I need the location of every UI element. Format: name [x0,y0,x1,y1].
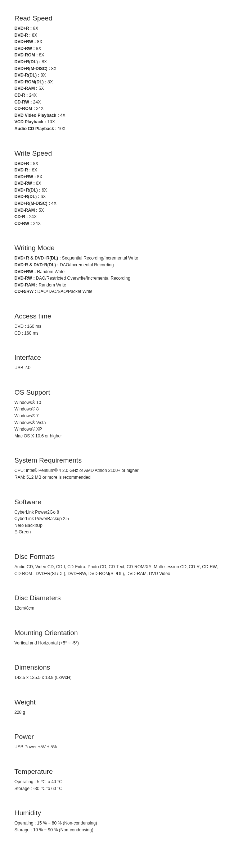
spec-label: DVD+R(DL) [14,188,38,193]
section-title: System Requirements [14,456,220,464]
spec-line: DVD+RW : Random Write [14,268,220,275]
spec-separator: : [28,33,32,38]
spec-section: HumidityOperating : 15 % ~ 80 % (Non-con… [14,809,220,833]
spec-line: CD-R : 24X [14,92,220,99]
section-title: Weight [14,698,220,706]
spec-separator: : [58,256,62,261]
spec-separator: : [35,86,39,91]
spec-value: 24X [29,93,37,98]
section-title: Writing Mode [14,244,220,252]
spec-value: 5X [39,208,44,213]
spec-section: PowerUSB Power +5V ± 5% [14,733,220,750]
spec-text: Storage : 10 % ~ 90 % (Non-condensing) [14,827,220,833]
spec-label: DVD+RW [14,269,33,274]
spec-value: 8X [51,66,57,71]
spec-value: 8X [32,33,37,38]
spec-line: DVD+R & DVD+R(DL) : Sequential Recording… [14,255,220,262]
spec-line: DVD+R(M-DISC) : 4X [14,200,220,207]
spec-value: 8X [37,39,42,44]
section-title: Write Speed [14,150,220,157]
spec-text: Windows® 10 [14,399,220,406]
spec-separator: : [25,93,29,98]
spec-value: 8X [33,26,39,31]
spec-value: 8X [36,46,41,51]
section-title: Temperature [14,768,220,776]
spec-line: DVD-RW : DAO/Restricted Overwrite/Increm… [14,275,220,282]
spec-value: Random Write [37,269,64,274]
spec-label: DVD+R(M-DISC) [14,201,48,206]
spec-value: 4X [60,113,66,118]
spec-value: 8X [48,79,53,84]
spec-section: Access timeDVD : 160 msCD : 160 ms [14,312,220,336]
spec-line: VCD Playback : 10X [14,119,220,125]
spec-label: CD-RW [14,221,29,226]
section-title: Humidity [14,809,220,817]
spec-text: Operating : 15 % ~ 80 % (Non-condensing) [14,820,220,827]
spec-line: DVD Video Playback : 4X [14,112,220,119]
spec-value: 24X [29,214,37,219]
spec-section: Mounting OrientationVertical and Horizon… [14,629,220,647]
spec-label: DVD-RAM [14,208,35,213]
spec-separator: : [38,59,42,64]
spec-separator: : [35,208,39,213]
section-title: Disc Diameters [14,594,220,602]
spec-label: CD-R/RW [14,289,33,294]
spec-text: CD : 160 ms [14,330,220,337]
spec-separator: : [37,73,41,78]
spec-label: DVD-R [14,167,28,173]
spec-text: Audio CD, Video CD, CD-I, CD-Extra, Phot… [14,564,220,577]
spec-label: DVD-RAM [14,86,35,91]
spec-text: Operating : 5 ℃ to 40 ℃ [14,779,220,785]
spec-separator: : [29,221,33,226]
spec-line: CD-ROM : 24X [14,105,220,112]
spec-separator: : [33,39,37,44]
spec-line: DVD-R : 8X [14,167,220,174]
spec-section: Writing ModeDVD+R & DVD+R(DL) : Sequenti… [14,244,220,295]
spec-label: DVD-ROM(DL) [14,79,44,84]
spec-label: DVD+R [14,26,29,31]
spec-line: DVD-ROM(DL) : 8X [14,79,220,86]
spec-value: 8X [33,161,39,166]
spec-line: Audio CD Playback : 10X [14,125,220,132]
spec-separator: : [29,161,33,166]
spec-text: Windows® 7 [14,413,220,419]
spec-section: SoftwareCyberLink Power2Go 8CyberLink Po… [14,498,220,536]
spec-separator: : [44,119,48,124]
spec-separator: : [32,106,36,111]
section-title: Read Speed [14,14,220,22]
spec-value: Sequential Recording/Incremental Write [62,256,138,261]
spec-value: Random Write [39,283,66,288]
spec-text: CyberLink Power2Go 8 [14,509,220,516]
spec-value: 8X [37,174,42,179]
section-title: Mounting Orientation [14,629,220,637]
spec-value: 24X [33,221,41,226]
spec-label: DVD Video Playback [14,113,57,118]
spec-label: DVD-RAM [14,283,35,288]
spec-text: USB 2.0 [14,364,220,371]
spec-text: CyberLink PowerBackup 2.5 [14,515,220,522]
spec-line: DVD-R : 8X [14,32,220,39]
spec-value: 8X [32,167,37,173]
spec-value: 4X [51,201,57,206]
spec-line: DVD-RAM : Random Write [14,282,220,289]
section-title: Access time [14,312,220,320]
spec-line: DVD-R(DL) : 8X [14,72,220,79]
spec-section: Read SpeedDVD+R : 8XDVD-R : 8XDVD+RW : 8… [14,14,220,132]
spec-section: OS SupportWindows® 10Windows® 8Windows® … [14,389,220,440]
spec-label: CD-ROM [14,106,32,111]
spec-separator: : [44,79,48,84]
spec-label: DVD-RW [14,181,32,186]
spec-separator: : [29,100,33,105]
spec-text: USB Power +5V ± 5% [14,744,220,750]
spec-line: DVD+R(M-DISC) : 8X [14,65,220,72]
spec-value: 5X [39,86,44,91]
spec-label: DVD+RW [14,174,33,179]
spec-line: DVD-RW : 8X [14,45,220,52]
spec-section: Disc FormatsAudio CD, Video CD, CD-I, CD… [14,553,220,577]
spec-label: DVD-R(DL) [14,194,37,199]
spec-label: DVD+R(M-DISC) [14,66,48,71]
spec-line: DVD-R & DVD-R(DL) : DAO/Incremental Reco… [14,262,220,268]
spec-label: CD-R [14,93,25,98]
spec-text: Nero BackItUp [14,522,220,529]
spec-value: 24X [36,106,44,111]
